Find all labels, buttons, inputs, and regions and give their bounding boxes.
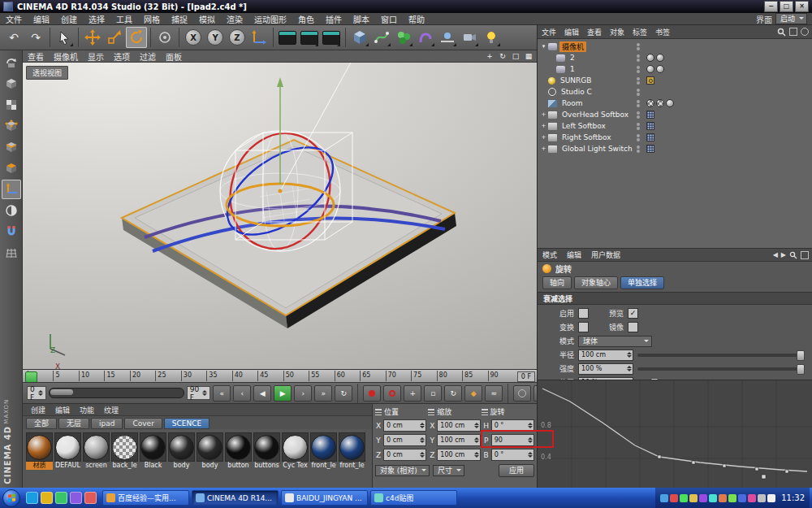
visibility-dots[interactable] xyxy=(633,89,643,96)
quick-launch-icon[interactable] xyxy=(26,492,38,504)
visibility-dots[interactable] xyxy=(633,134,643,141)
viewport-menu-item-5[interactable]: 面板 xyxy=(161,50,187,63)
material-item[interactable]: buttons xyxy=(253,432,280,470)
mirror-checkbox[interactable] xyxy=(628,322,638,332)
material-item[interactable]: front_le xyxy=(339,432,365,470)
attributes-tab-2[interactable]: 用户数据 xyxy=(586,250,625,260)
material-item[interactable]: screen xyxy=(83,432,110,470)
tray-icon[interactable] xyxy=(689,494,698,502)
material-item[interactable]: back_le xyxy=(111,432,138,470)
object-name[interactable]: Left Softbox xyxy=(559,122,608,130)
visibility-dots[interactable] xyxy=(633,100,643,107)
record-keyframe-button[interactable] xyxy=(363,385,381,402)
tray-icon[interactable] xyxy=(748,494,756,502)
object-name[interactable]: SUNRGB xyxy=(558,76,594,85)
rotate-tool-button[interactable] xyxy=(126,27,147,48)
object-name[interactable]: 2 xyxy=(568,54,577,62)
prev-frame-button[interactable]: ◀ xyxy=(253,385,271,402)
start-button[interactable] xyxy=(2,489,20,507)
timeline-playhead[interactable] xyxy=(25,371,37,383)
materials-menu-item-3[interactable]: 纹理 xyxy=(99,405,123,415)
object-manager-menu-item-5[interactable]: 书签 xyxy=(651,27,674,37)
rotate-view-icon[interactable]: ↻ xyxy=(498,52,508,60)
prev-key-button[interactable]: ‹ xyxy=(233,385,251,402)
object-name[interactable]: Right Softbox xyxy=(559,133,614,141)
add-cube-button[interactable] xyxy=(349,27,370,48)
coordinate-field[interactable]: 100 cm xyxy=(437,449,480,461)
object-manager-menu-item-3[interactable]: 对象 xyxy=(606,27,628,37)
menubar-item-14[interactable]: 帮助 xyxy=(403,13,430,25)
material-item[interactable]: body xyxy=(197,432,223,470)
next-frame-button[interactable]: › xyxy=(294,385,312,402)
layer-icon[interactable] xyxy=(801,28,809,36)
deformers-button[interactable] xyxy=(415,27,436,48)
visibility-dots[interactable] xyxy=(633,66,643,73)
strength-field[interactable]: 100 % xyxy=(578,363,633,375)
goto-start-button[interactable]: « xyxy=(213,385,231,402)
loop-button[interactable]: ↻ xyxy=(335,385,352,402)
material-item[interactable]: body xyxy=(168,432,195,470)
visibility-dots[interactable] xyxy=(633,54,643,62)
menubar-item-10[interactable]: 角色 xyxy=(292,13,320,25)
tray-icon[interactable] xyxy=(767,494,775,502)
rotation-p-field[interactable]: 90 xyxy=(491,434,534,446)
materials-tab-3[interactable]: Cover xyxy=(124,418,162,429)
materials-tab-4[interactable]: SCENCE xyxy=(164,418,209,429)
object-manager-menu-item-1[interactable]: 编辑 xyxy=(560,27,583,37)
object-row[interactable]: +Global Light Switch xyxy=(538,143,812,154)
checker-tag-icon[interactable] xyxy=(656,99,664,107)
menubar-item-9[interactable]: 运动图形 xyxy=(248,13,292,25)
menubar-item-8[interactable]: 渲染 xyxy=(221,13,248,25)
y-axis-lock-button[interactable]: Y xyxy=(205,27,226,48)
menubar-item-13[interactable]: 窗口 xyxy=(375,13,403,25)
material-item[interactable]: button xyxy=(225,432,252,470)
object-row[interactable]: Studio C xyxy=(538,86,812,98)
quick-launch-icon[interactable] xyxy=(55,492,67,504)
preview-checkbox[interactable] xyxy=(628,308,638,319)
object-row[interactable]: SUNRGB xyxy=(538,75,812,86)
enable-axis-button[interactable] xyxy=(2,180,21,199)
coordinate-mode-dropdown[interactable]: 对象 (相对) xyxy=(375,465,430,476)
expander-icon[interactable]: ▾ xyxy=(540,43,547,50)
radius-field[interactable]: 100 cm xyxy=(578,350,633,361)
sphere-tag-icon[interactable] xyxy=(666,99,674,107)
object-name[interactable]: Global Light Switch xyxy=(559,145,633,153)
viewport-solo-button[interactable] xyxy=(2,201,21,220)
next-key-button[interactable]: » xyxy=(314,385,332,402)
expander-icon[interactable]: + xyxy=(540,145,547,152)
coordinate-field[interactable]: 0 cm xyxy=(383,419,426,432)
sphere-tag-icon[interactable] xyxy=(656,54,664,62)
object-row[interactable]: ▾摄像机 xyxy=(538,41,812,52)
attributes-mode-button-0[interactable]: 轴向 xyxy=(542,276,572,289)
coordinate-field[interactable]: 0 ° xyxy=(491,419,534,432)
tray-icon[interactable] xyxy=(728,494,736,502)
maximize-view-icon[interactable]: ▦ xyxy=(524,52,533,60)
strength-slider[interactable] xyxy=(637,367,803,371)
object-row[interactable]: 2 xyxy=(538,52,812,63)
polygon-mode-button[interactable] xyxy=(2,158,21,178)
enable-checkbox[interactable] xyxy=(578,308,589,319)
current-frame-field[interactable]: 0 F xyxy=(27,386,46,400)
menubar-item-0[interactable]: 文件 xyxy=(0,13,28,25)
autokey-button[interactable] xyxy=(383,385,401,402)
undo-button[interactable]: ↶ xyxy=(3,27,24,48)
taskbar-task-1[interactable]: CINEMA 4D R14... xyxy=(192,490,279,506)
scale-tool-button[interactable] xyxy=(104,27,125,48)
radius-slider[interactable] xyxy=(637,354,803,357)
tray-icon[interactable] xyxy=(719,494,727,502)
selection-record-button[interactable] xyxy=(513,385,531,402)
menubar-item-5[interactable]: 网格 xyxy=(138,13,166,25)
tray-icon[interactable] xyxy=(709,494,717,502)
lock-icon[interactable] xyxy=(801,251,809,259)
object-row[interactable]: Room xyxy=(538,98,812,109)
minimize-button[interactable]: − xyxy=(764,1,778,12)
record-rotation-toggle[interactable]: ↻ xyxy=(444,385,462,402)
record-scale-toggle[interactable]: ▫ xyxy=(424,385,442,402)
taskbar-task-2[interactable]: BAIDU_JINGYAN ... xyxy=(281,490,368,506)
generators-button[interactable] xyxy=(393,27,414,48)
redo-button[interactable]: ↷ xyxy=(25,27,46,48)
history-forward-icon[interactable]: ▶ xyxy=(781,251,786,258)
camera-button[interactable] xyxy=(459,27,480,48)
expander-icon[interactable]: + xyxy=(540,123,547,129)
view-label[interactable]: 透视视图 xyxy=(26,66,68,80)
